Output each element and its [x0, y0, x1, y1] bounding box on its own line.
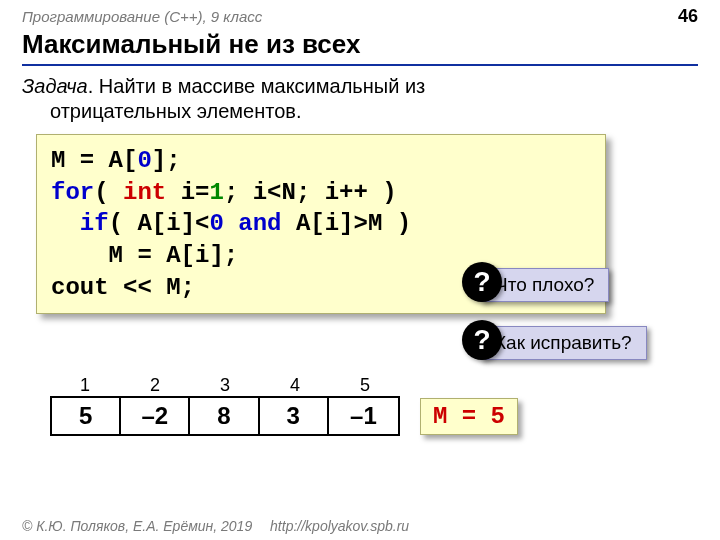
array-index: 1	[50, 375, 120, 396]
result-box: M = 5	[420, 398, 518, 435]
code-t: 1	[209, 179, 223, 206]
array-indices: 1 2 3 4 5	[50, 375, 400, 396]
code-t: and	[238, 210, 281, 237]
array-cell: –2	[121, 398, 190, 434]
slide-header: Программирование (C++), 9 класс 46	[0, 0, 720, 29]
question-icon: ?	[462, 320, 502, 360]
code-t	[224, 210, 238, 237]
task-line1: . Найти в массиве максимальный из	[88, 75, 426, 97]
array-cell: –1	[329, 398, 398, 434]
array-values: 5 –2 8 3 –1	[50, 396, 400, 436]
slide-title: Максимальный не из всех	[0, 29, 720, 64]
code-t: cout << M;	[51, 274, 195, 301]
code-t: int	[123, 179, 166, 206]
task-line2: отрицательных элементов.	[22, 99, 698, 124]
code-t: if	[80, 210, 109, 237]
page-number: 46	[678, 6, 698, 27]
code-t: M = A[	[51, 147, 137, 174]
code-t: 0	[137, 147, 151, 174]
array-index: 3	[190, 375, 260, 396]
code-t: ( A[i]<	[109, 210, 210, 237]
task-label: Задача	[22, 75, 88, 97]
code-t: ];	[152, 147, 181, 174]
array-index: 5	[330, 375, 400, 396]
question-icon: ?	[462, 262, 502, 302]
array-example: 1 2 3 4 5 5 –2 8 3 –1	[50, 375, 400, 436]
code-t: for	[51, 179, 94, 206]
code-t	[51, 210, 80, 237]
copyright: © К.Ю. Поляков, Е.А. Ерёмин, 2019	[22, 518, 252, 534]
code-t: M = A[i];	[51, 242, 238, 269]
callout-fix-text: Как исправить?	[480, 326, 647, 360]
slide-footer: © К.Ю. Поляков, Е.А. Ерёмин, 2019 http:/…	[0, 512, 720, 540]
array-cell: 8	[190, 398, 259, 434]
code-t: ; i<N; i++ )	[224, 179, 397, 206]
array-cell: 5	[52, 398, 121, 434]
code-t: i=	[166, 179, 209, 206]
code-t: (	[94, 179, 123, 206]
callout-fix: ? Как исправить?	[480, 326, 647, 360]
code-t: A[i]>M )	[281, 210, 411, 237]
code-t: 0	[209, 210, 223, 237]
course-label: Программирование (C++), 9 класс	[22, 8, 262, 25]
array-cell: 3	[260, 398, 329, 434]
array-index: 2	[120, 375, 190, 396]
footer-url: http://kpolyakov.spb.ru	[270, 518, 409, 534]
array-index: 4	[260, 375, 330, 396]
task-text: Задача. Найти в массиве максимальный из …	[0, 66, 720, 128]
callout-bad: ? Что плохо?	[480, 268, 609, 302]
